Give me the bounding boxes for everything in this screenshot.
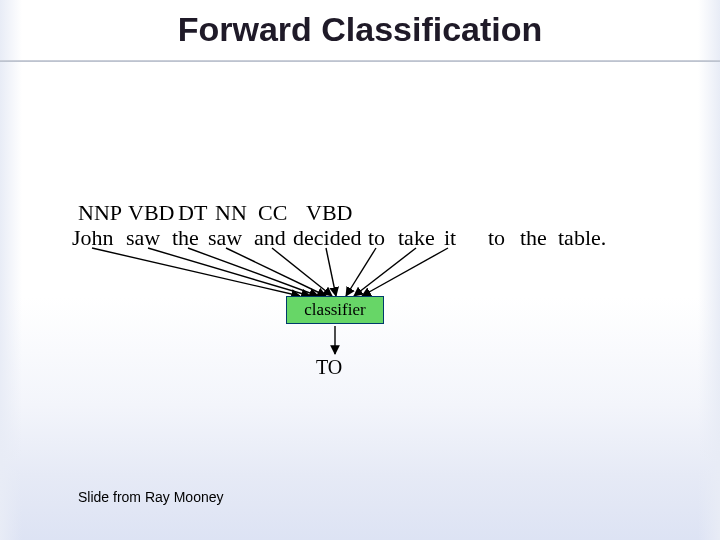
word-token: to bbox=[368, 225, 385, 251]
word-token: the bbox=[172, 225, 199, 251]
pos-tag: DT bbox=[178, 200, 207, 226]
pos-tag: VBD bbox=[306, 200, 352, 226]
pos-tag: CC bbox=[258, 200, 287, 226]
word-token: saw bbox=[126, 225, 160, 251]
word-token: and bbox=[254, 225, 286, 251]
output-pos-tag: TO bbox=[316, 356, 342, 379]
page-title: Forward Classification bbox=[0, 10, 720, 49]
slide-credit: Slide from Ray Mooney bbox=[78, 489, 224, 505]
word-token: the bbox=[520, 225, 547, 251]
word-token: take bbox=[398, 225, 435, 251]
word-token: decided bbox=[293, 225, 361, 251]
pos-tag: NN bbox=[215, 200, 247, 226]
word-token: table. bbox=[558, 225, 606, 251]
word-token: to bbox=[488, 225, 505, 251]
title-underline bbox=[0, 60, 720, 62]
word-token: it bbox=[444, 225, 456, 251]
right-edge-fade bbox=[698, 0, 720, 540]
classifier-box: classifier bbox=[286, 296, 384, 324]
pos-tag: VBD bbox=[128, 200, 174, 226]
classifier-label: classifier bbox=[304, 300, 365, 320]
pos-tag: NNP bbox=[78, 200, 122, 226]
left-edge-fade bbox=[0, 0, 22, 540]
word-token: John bbox=[72, 225, 114, 251]
word-token: saw bbox=[208, 225, 242, 251]
background-gradient bbox=[0, 0, 720, 540]
